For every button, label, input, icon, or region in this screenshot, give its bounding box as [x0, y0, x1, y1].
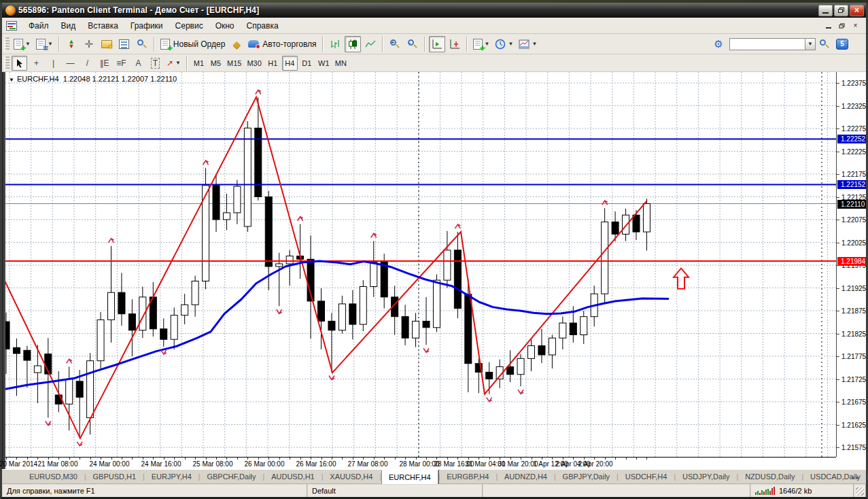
bar-chart-button[interactable]	[327, 36, 343, 52]
child-close-button[interactable]: ×	[849, 20, 862, 31]
indicators-button[interactable]: +▼	[471, 36, 492, 52]
search-input[interactable]	[729, 38, 805, 50]
menu-Сервис[interactable]: Сервис	[169, 19, 209, 33]
time-tick-label: 2 Apr 20:00	[578, 460, 612, 468]
timeframe-H4[interactable]: H4	[282, 56, 298, 71]
time-tick	[279, 458, 280, 460]
profiles-button[interactable]: ≡▼	[34, 36, 55, 52]
candle-body	[171, 315, 177, 340]
label-tool-button[interactable]: T	[147, 56, 163, 71]
tab-USDCHF,H4[interactable]: USDCHF,H4	[619, 470, 674, 483]
time-tick	[405, 458, 406, 460]
text-tool-button[interactable]: A	[131, 56, 146, 71]
toolbar-grip[interactable]	[5, 37, 10, 51]
zoom-in-button[interactable]: +	[387, 36, 403, 52]
time-tick	[605, 458, 606, 460]
new-order-button[interactable]: + Новый Ордер	[158, 36, 227, 52]
data-window-button[interactable]: ✛	[81, 36, 97, 52]
title-bar: 565896: Panteon Client Terminal - Демо С…	[2, 3, 866, 18]
menu-Графики[interactable]: Графики	[124, 19, 169, 33]
notifications-button[interactable]: 5	[834, 36, 850, 52]
tab-AUDNZD,H4[interactable]: AUDNZD,H4	[498, 470, 554, 483]
tab-GBPJPY,Daily[interactable]: GBPJPY,Daily	[556, 470, 617, 483]
arrow-up-object[interactable]	[674, 269, 689, 289]
chevron-down-icon[interactable]: ▼	[9, 77, 14, 83]
strategy-tester-button[interactable]	[134, 36, 150, 52]
search-button[interactable]	[816, 36, 833, 52]
tab-EURJPY,H4[interactable]: EURJPY,H4	[145, 470, 198, 483]
time-tick	[353, 458, 353, 460]
tab-EURUSD,M30[interactable]: EURUSD,M30	[22, 470, 84, 483]
line-chart-button[interactable]	[362, 36, 379, 52]
timeframe-M30[interactable]: M30	[245, 56, 263, 71]
cursor-tool-button[interactable]	[12, 56, 27, 71]
channel-tool-button[interactable]: ∥E	[97, 56, 112, 71]
timeframe-M5[interactable]: M5	[208, 56, 224, 71]
vertical-line-tool-button[interactable]: |	[46, 56, 61, 71]
timeframe-W1[interactable]: W1	[316, 56, 332, 71]
minimize-button[interactable]	[818, 5, 833, 16]
restore-button[interactable]	[834, 5, 848, 16]
status-profile[interactable]: Default	[307, 484, 483, 497]
chart-open: 1.22048	[63, 75, 90, 83]
settings-button[interactable]: ⚙	[710, 36, 727, 52]
fibonacci-tool-button[interactable]: ≡F	[114, 56, 129, 71]
navigator-button[interactable]: ★	[99, 36, 115, 52]
horizontal-line-tool-button[interactable]: —	[63, 56, 78, 71]
chart-area[interactable]: ▼EURCHF,H4 1.22048 1.22121 1.22007 1.221…	[2, 72, 866, 469]
menu-Вставка[interactable]: Вставка	[82, 19, 124, 33]
tab-EURCHF,H4[interactable]: EURCHF,H4	[381, 470, 438, 484]
metaeditor-button[interactable]: ◆	[228, 36, 245, 52]
timeframe-D1[interactable]: D1	[299, 56, 315, 71]
new-chart-button[interactable]: +▼	[12, 36, 33, 52]
tab-USDJPY,Daily[interactable]: USDJPY,Daily	[676, 470, 737, 483]
auto-scroll-button[interactable]	[429, 36, 445, 52]
status-spacer	[483, 484, 750, 497]
search-dropdown-button[interactable]: ▼	[805, 38, 816, 50]
terminal-button[interactable]	[116, 36, 133, 52]
time-tick-label: 21 Mar 08:00	[38, 460, 78, 468]
timeframe-M1[interactable]: M1	[191, 56, 207, 71]
zoom-out-button[interactable]: -	[404, 36, 421, 52]
menu-Справка[interactable]: Справка	[241, 19, 285, 33]
menu-Вид[interactable]: Вид	[55, 19, 82, 33]
tab-GBPCHF,Daily[interactable]: GBPCHF,Daily	[200, 470, 262, 483]
metaeditor-icon: ◆	[233, 39, 241, 50]
toolbar-grip2[interactable]	[5, 56, 10, 70]
tab-AUDUSD,H1[interactable]: AUDUSD,H1	[264, 470, 322, 483]
arrows-tool-button[interactable]: ↗▼	[164, 56, 183, 71]
tab-EURGBP,H4[interactable]: EURGBP,H4	[440, 470, 496, 483]
time-axis[interactable]: 20 Mar 201421 Mar 08:0024 Mar 00:0024 Ma…	[5, 457, 836, 469]
resize-grip[interactable]	[854, 484, 866, 497]
autotrading-button[interactable]: Авто-торговля	[246, 36, 318, 52]
tab-NZDUSD,Daily[interactable]: NZDUSD,Daily	[738, 470, 801, 483]
candlestick-chart-button[interactable]	[345, 36, 361, 52]
menu-Файл[interactable]: Файл	[22, 19, 55, 33]
candle-body	[181, 305, 188, 315]
menu-Окно[interactable]: Окно	[209, 19, 241, 33]
candle-body	[360, 286, 366, 324]
chart-shift-button[interactable]	[447, 36, 463, 52]
time-tick	[195, 458, 196, 460]
timeframe-M15[interactable]: M15	[225, 56, 243, 71]
child-minimize-button[interactable]	[822, 20, 835, 31]
fibonacci-tool-icon: ≡F	[116, 58, 126, 68]
templates-button[interactable]: ▼	[517, 36, 539, 52]
child-restore-button[interactable]	[835, 20, 848, 31]
crosshair-icon: ✛	[85, 38, 94, 50]
close-button[interactable]: ×	[850, 5, 864, 16]
time-tick	[447, 458, 448, 460]
time-tick	[615, 458, 616, 460]
timeframe-MN[interactable]: MN	[333, 56, 349, 71]
tab-XAUUSD,H4[interactable]: XAUUSD,H4	[323, 470, 379, 483]
tab-GBPUSD,H1[interactable]: GBPUSD,H1	[86, 470, 143, 483]
price-axis[interactable]: 1.223751.223251.222751.222251.221751.221…	[836, 72, 866, 457]
price-chart[interactable]	[5, 72, 836, 457]
crosshair-tool-button[interactable]: +	[29, 56, 44, 71]
periods-button[interactable]: ▼	[493, 36, 515, 52]
market-watch-button[interactable]: ▲▼	[63, 36, 80, 52]
trendline-tool-button[interactable]: /	[80, 56, 95, 71]
chart-window-icon[interactable]	[6, 21, 17, 31]
tab-scroll-arrows[interactable]: ◂▸	[851, 475, 862, 481]
timeframe-H1[interactable]: H1	[265, 56, 281, 71]
